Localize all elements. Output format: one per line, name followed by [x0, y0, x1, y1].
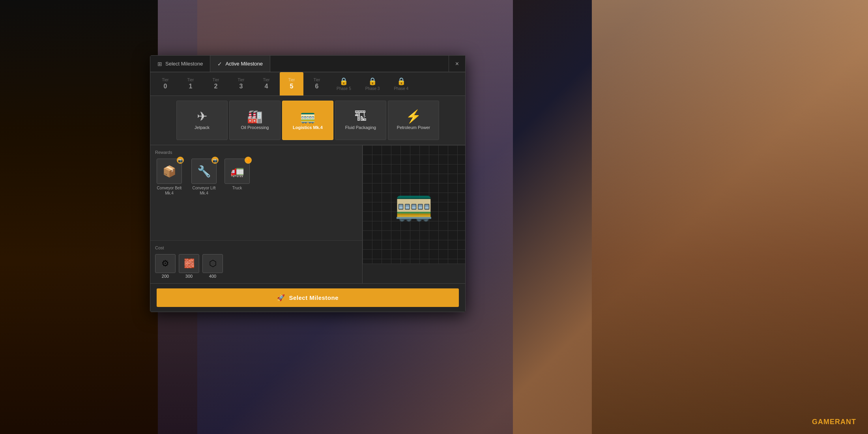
tab-active-label: Active Milestone — [225, 61, 263, 67]
oil-processing-icon: 🏭 — [247, 110, 263, 123]
cost-icon-2: 🧱 — [179, 254, 199, 273]
tab-select-milestone[interactable]: ⊞ Select Milestone — [150, 56, 210, 72]
title-bar: ⊞ Select Milestone ✓ Active Milestone × — [150, 56, 465, 72]
reward-badge-3: 🔶 — [245, 157, 252, 164]
cost-item-1: ⚙ 200 — [155, 254, 176, 279]
tier-tab-phase4: 🔒 Phase 4 — [387, 72, 415, 95]
cost-item-3: ⬡ 400 — [202, 254, 223, 279]
logistics-mk4-icon: 🚃 — [300, 110, 316, 123]
conveyor-belt-icon: 📦 — [163, 165, 176, 178]
tier-tab-1[interactable]: Tier 1 — [179, 72, 202, 95]
cost-amount-3: 400 — [209, 274, 216, 279]
tier-bar: Tier 0 Tier 1 Tier 2 Tier 3 Tier 4 Tier … — [150, 72, 465, 96]
tier-tab-0[interactable]: Tier 0 — [153, 72, 177, 95]
milestone-logistics-mk4[interactable]: 🚃 Logistics Mk.4 — [282, 101, 333, 140]
close-button[interactable]: × — [449, 56, 465, 72]
milestone-fluid-packaging[interactable]: 🏗 Fluid Packaging — [335, 101, 386, 140]
select-button-label: Select Milestone — [289, 294, 339, 301]
lock-icon-1: 🔒 — [339, 77, 348, 86]
truck-icon: 🚛 — [230, 165, 244, 178]
reward-conveyor-belt-icon-wrap: 📦 📷 — [157, 159, 182, 184]
close-icon: × — [455, 60, 459, 67]
preview-bottom — [363, 264, 465, 283]
cost-icon-1: ⚙ — [155, 254, 176, 273]
content-area: Rewards 📦 📷 Conveyor Belt Mk.4 🔧 📷 — [150, 145, 465, 283]
logistics-mk4-label: Logistics Mk.4 — [293, 125, 323, 130]
tier-tab-2[interactable]: Tier 2 — [204, 72, 228, 95]
check-icon: ✓ — [217, 61, 222, 67]
milestone-grid: ✈ Jetpack 🏭 Oil Processing 🚃 Logistics M… — [150, 96, 465, 145]
milestone-oil-processing[interactable]: 🏭 Oil Processing — [229, 101, 281, 140]
cost-item-2: 🧱 300 — [179, 254, 199, 279]
reward-conveyor-lift-mk4[interactable]: 🔧 📷 Conveyor Lift Mk.4 — [190, 159, 218, 196]
tier-tab-5[interactable]: Tier 5 — [280, 72, 303, 95]
milestone-jetpack[interactable]: ✈ Jetpack — [176, 101, 228, 140]
reward-badge-1: 📷 — [177, 157, 184, 164]
tier-tab-4[interactable]: Tier 4 — [254, 72, 278, 95]
watermark-suffix: RANT — [835, 418, 856, 426]
rewards-label: Rewards — [155, 150, 357, 155]
reward-truck[interactable]: 🚛 🔶 Truck — [224, 159, 250, 196]
tier-tab-6[interactable]: Tier 6 — [305, 72, 329, 95]
tier-tab-3[interactable]: Tier 3 — [229, 72, 253, 95]
rewards-section: Rewards 📦 📷 Conveyor Belt Mk.4 🔧 📷 — [150, 145, 362, 241]
truck-label: Truck — [232, 185, 242, 191]
right-panel: 🚃 — [363, 145, 465, 283]
oil-processing-label: Oil Processing — [241, 125, 269, 130]
tab-active-milestone[interactable]: ✓ Active Milestone — [210, 56, 270, 72]
preview-icon: 🚃 — [394, 186, 434, 223]
left-panel: Rewards 📦 📷 Conveyor Belt Mk.4 🔧 📷 — [150, 145, 363, 283]
watermark-prefix: GAME — [812, 418, 835, 426]
milestone-petroleum-power[interactable]: ⚡ Petroleum Power — [388, 101, 439, 140]
reward-truck-icon-wrap: 🚛 🔶 — [224, 159, 250, 184]
cost-section: Cost ⚙ 200 🧱 300 ⬡ 400 — [150, 241, 362, 283]
jetpack-label: Jetpack — [195, 125, 210, 130]
cost-icon-3: ⬡ — [202, 254, 223, 273]
jetpack-icon: ✈ — [197, 110, 208, 123]
cost-items: ⚙ 200 🧱 300 ⬡ 400 — [155, 254, 357, 279]
reward-conveyor-belt-mk4[interactable]: 📦 📷 Conveyor Belt Mk.4 — [155, 159, 183, 196]
rewards-grid: 📦 📷 Conveyor Belt Mk.4 🔧 📷 Conveyor Lift… — [155, 159, 357, 196]
tier-tab-phase3: 🔒 Phase 3 — [359, 72, 386, 95]
cost-amount-2: 300 — [185, 274, 193, 279]
petroleum-power-icon: ⚡ — [406, 110, 421, 123]
bottom-bar: 🚀 Select Milestone — [150, 283, 465, 312]
milestone-modal: ⊞ Select Milestone ✓ Active Milestone × … — [150, 55, 466, 312]
lock-icon-2: 🔒 — [368, 77, 377, 86]
tier-tab-phase5: 🔒 Phase 5 — [330, 72, 357, 95]
watermark: GAMERANT — [812, 418, 856, 426]
lock-icon-3: 🔒 — [397, 77, 406, 86]
background-right — [592, 0, 868, 434]
cost-label: Cost — [155, 245, 357, 250]
preview-area: 🚃 — [363, 145, 465, 264]
grid-icon: ⊞ — [157, 61, 162, 67]
tab-select-label: Select Milestone — [165, 61, 203, 67]
reward-conveyor-lift-icon-wrap: 🔧 📷 — [191, 159, 217, 184]
conveyor-lift-label: Conveyor Lift Mk.4 — [190, 185, 218, 196]
select-milestone-button[interactable]: 🚀 Select Milestone — [157, 288, 459, 307]
petroleum-power-label: Petroleum Power — [397, 125, 430, 130]
cost-amount-1: 200 — [162, 274, 169, 279]
conveyor-belt-label: Conveyor Belt Mk.4 — [155, 185, 183, 196]
rocket-icon: 🚀 — [277, 294, 285, 301]
fluid-packaging-icon: 🏗 — [354, 110, 367, 123]
fluid-packaging-label: Fluid Packaging — [345, 125, 376, 130]
reward-badge-2: 📷 — [211, 157, 219, 164]
conveyor-lift-icon: 🔧 — [197, 165, 211, 178]
